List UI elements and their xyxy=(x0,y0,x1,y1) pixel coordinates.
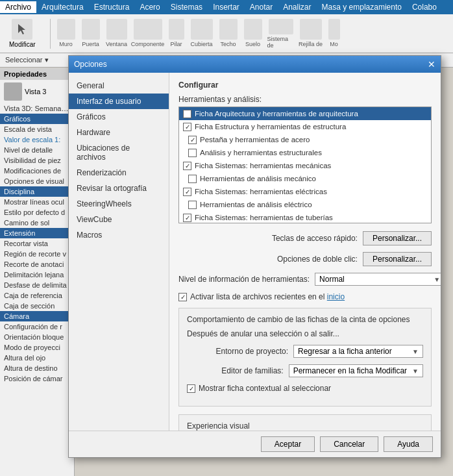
region-row[interactable]: Región de recorte v xyxy=(0,249,74,259)
toolinfo-row: Nivel de información de herramientas: No… xyxy=(178,273,432,286)
cursor-icon xyxy=(16,23,29,36)
recent-files-label: Activar lista de archivos recientes en e… xyxy=(190,292,324,301)
tool-checkbox-0[interactable] xyxy=(183,110,191,118)
valor-escala-row[interactable]: Valor de escala 1: xyxy=(0,134,74,145)
modo-proy-row[interactable]: Modo de proyecci xyxy=(0,342,74,353)
tool-checkbox-5[interactable] xyxy=(188,175,197,183)
tool-item-2[interactable]: Pestaña y herramientas de acero xyxy=(179,133,431,146)
menu-arquitectura[interactable]: Arquitectura xyxy=(36,1,89,13)
dialog-title-bar: Opciones ✕ xyxy=(69,56,441,73)
contextual-tab-checkbox[interactable] xyxy=(187,384,195,393)
mostrar-lineas-row[interactable]: Mostrar líneas ocul xyxy=(0,197,74,207)
menu-acero[interactable]: Acero xyxy=(134,1,165,13)
tool-checkbox-1[interactable] xyxy=(183,123,191,131)
escala-vista-row[interactable]: Escala de vista xyxy=(0,124,74,134)
tool-checkbox-8[interactable] xyxy=(183,214,191,222)
tool-checkbox-3[interactable] xyxy=(188,149,197,157)
tool-label-0: Ficha Arquitectura y herramientas de arq… xyxy=(195,110,358,118)
tool-checkbox-2[interactable] xyxy=(188,136,197,144)
tool-label-8: Ficha Sistemas: herramientas de tuberías xyxy=(195,214,333,221)
altura-dest-row[interactable]: Altura de destino xyxy=(0,363,74,373)
tool-item-8[interactable]: Ficha Sistemas: herramientas de tuberías xyxy=(179,211,431,223)
dialog-close-button[interactable]: ✕ xyxy=(428,60,435,69)
menu-archivo[interactable]: Archivo xyxy=(0,1,36,13)
ribbon-title: Comportamiento de cambio de las fichas d… xyxy=(187,315,423,324)
menu-estructura[interactable]: Estructura xyxy=(89,1,135,13)
sidebar-interfaz[interactable]: Interfaz de usuario xyxy=(69,94,169,109)
help-button[interactable]: Ayuda xyxy=(384,436,433,452)
altura-ojo-row[interactable]: Altura del ojo xyxy=(0,353,74,363)
camara-section: Cámara xyxy=(0,311,74,321)
sidebar-renderizacion[interactable]: Renderización xyxy=(69,165,169,181)
sidebar-steering[interactable]: SteeringWheels xyxy=(69,196,169,212)
dialog-sidebar: General Interfaz de usuario Gráficos Har… xyxy=(69,73,169,431)
tool-item-7[interactable]: Herramientas de análisis eléctrico xyxy=(179,198,431,211)
tools-analysis-label: Herramientas y análisis: xyxy=(178,95,432,104)
caja-ref-row[interactable]: Caja de referencia xyxy=(0,290,74,301)
project-env-dropdown[interactable]: Regresar a la ficha anterior ▼ xyxy=(293,345,423,358)
menu-insertar[interactable]: Insertar xyxy=(208,1,245,13)
tool-label-4: Ficha Sistemas: herramientas mecánicas xyxy=(195,162,331,169)
tool-item-5[interactable]: Herramientas de análisis mecánico xyxy=(179,172,431,185)
ribbon-section: Comportamiento de cambio de las fichas d… xyxy=(178,308,432,407)
menu-masa[interactable]: Masa y emplazamiento xyxy=(317,1,407,13)
cancel-button[interactable]: Cancelar xyxy=(320,436,378,452)
menu-colabo[interactable]: Colabo xyxy=(407,1,442,13)
posicion-row[interactable]: Posición de cámar xyxy=(0,373,74,384)
recortar-row[interactable]: Recortar vista xyxy=(0,238,74,249)
recent-files-checkbox[interactable] xyxy=(178,293,187,301)
visibilidad-row[interactable]: Visibilidad de piez xyxy=(0,155,74,166)
doubleclick-personalizar-button[interactable]: Personalizar... xyxy=(363,252,432,266)
modificaciones-row[interactable]: Modificaciones de xyxy=(0,166,74,176)
visual-exp-title: Experiencia visual xyxy=(187,421,423,431)
camino-sol-row[interactable]: Camino de sol xyxy=(0,218,74,228)
family-editor-dropdown[interactable]: Permanecer en la ficha Modificar ▼ xyxy=(289,364,423,377)
sidebar-macros[interactable]: Macros xyxy=(69,227,169,243)
family-editor-value: Permanecer en la ficha Modificar xyxy=(293,366,407,375)
recent-files-link[interactable]: inicio xyxy=(327,292,345,301)
recorte-row[interactable]: Recorte de anotaci xyxy=(0,259,74,269)
recent-files-row: Activar lista de archivos recientes en e… xyxy=(178,292,432,301)
seleccionar-dropdown[interactable]: Seleccionar ▾ xyxy=(5,56,49,64)
sidebar-viewcube[interactable]: ViewCube xyxy=(69,212,169,227)
config-r-row[interactable]: Configuración de r xyxy=(0,321,74,332)
menu-analizar[interactable]: Analizar xyxy=(278,1,316,13)
tools-list[interactable]: Ficha Arquitectura y herramientas de arq… xyxy=(178,106,432,223)
view-label: Vista 3 xyxy=(25,88,46,95)
opciones-visual-row[interactable]: Opciones de visual xyxy=(0,176,74,186)
tool-item-4[interactable]: Ficha Sistemas: herramientas mecánicas xyxy=(179,159,431,172)
tool-item-1[interactable]: Ficha Estructura y herramientas de estru… xyxy=(179,120,431,133)
hotkeys-row: Teclas de acceso rápido: Personalizar... xyxy=(178,231,432,245)
tool-checkbox-7[interactable] xyxy=(188,201,197,209)
tool-checkbox-4[interactable] xyxy=(183,162,191,170)
tool-item-0[interactable]: Ficha Arquitectura y herramientas de arq… xyxy=(179,107,431,120)
project-env-value: Regresar a la ficha anterior xyxy=(298,347,392,356)
modificar-button[interactable]: Modificar xyxy=(5,18,40,49)
orient-row[interactable]: Orientación bloque xyxy=(0,332,74,342)
tool-checkbox-6[interactable] xyxy=(183,188,191,196)
estilo-row[interactable]: Estilo por defecto d xyxy=(0,207,74,218)
toolinfo-dropdown[interactable]: Normal ▼ xyxy=(315,273,441,286)
sidebar-hardware[interactable]: Hardware xyxy=(69,125,169,140)
tool-label-3: Análisis y herramientas estructurales xyxy=(200,149,322,157)
hotkeys-personalizar-button[interactable]: Personalizar... xyxy=(363,231,432,245)
caja-sec-row[interactable]: Caja de sección xyxy=(0,301,74,311)
view-3d-row[interactable]: Vista 3D: Semana 08 xyxy=(0,103,74,114)
delimitacion-row[interactable]: Delimitación lejana xyxy=(0,269,74,280)
sidebar-graficos[interactable]: Gráficos xyxy=(69,109,169,125)
sidebar-general[interactable]: General xyxy=(69,78,169,94)
menu-anotar[interactable]: Anotar xyxy=(245,1,278,13)
menu-sistemas[interactable]: Sistemas xyxy=(165,1,208,13)
tool-label-2: Pestaña y herramientas de acero xyxy=(200,136,310,144)
sidebar-ubicaciones[interactable]: Ubicaciones de archivos xyxy=(69,140,169,165)
visual-exp-section: Experiencia visual Tema activo: Claro ▼ … xyxy=(178,414,432,431)
desfase-row[interactable]: Desfase de delimita xyxy=(0,280,74,290)
tool-label-1: Ficha Estructura y herramientas de estru… xyxy=(195,123,346,131)
tool-item-6[interactable]: Ficha Sistemas: herramientas eléctricas xyxy=(179,185,431,198)
tool-label-7: Herramientas de análisis eléctrico xyxy=(200,201,312,208)
tool-item-3[interactable]: Análisis y herramientas estructurales xyxy=(179,146,431,159)
ok-button[interactable]: Aceptar xyxy=(261,436,315,452)
nivel-detalle-row[interactable]: Nivel de detalle xyxy=(0,145,74,155)
sidebar-ortografia[interactable]: Revisar la ortografía xyxy=(69,181,169,196)
properties-header: Propiedades xyxy=(0,68,74,80)
